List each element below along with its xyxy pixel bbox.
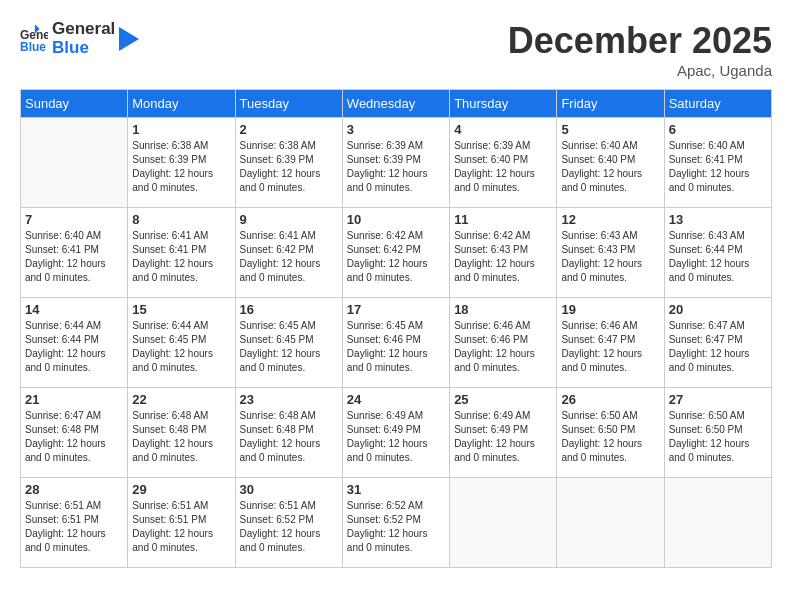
day-number: 17 [347, 302, 445, 317]
day-number: 11 [454, 212, 552, 227]
calendar-week-row: 7Sunrise: 6:40 AM Sunset: 6:41 PM Daylig… [21, 208, 772, 298]
title-block: December 2025 Apac, Uganda [508, 20, 772, 79]
calendar-header-row: SundayMondayTuesdayWednesdayThursdayFrid… [21, 90, 772, 118]
day-info: Sunrise: 6:39 AM Sunset: 6:40 PM Dayligh… [454, 139, 552, 195]
day-info: Sunrise: 6:40 AM Sunset: 6:40 PM Dayligh… [561, 139, 659, 195]
calendar-cell: 3Sunrise: 6:39 AM Sunset: 6:39 PM Daylig… [342, 118, 449, 208]
day-info: Sunrise: 6:40 AM Sunset: 6:41 PM Dayligh… [25, 229, 123, 285]
logo-arrow-icon [119, 27, 139, 51]
calendar-cell: 30Sunrise: 6:51 AM Sunset: 6:52 PM Dayli… [235, 478, 342, 568]
calendar-cell: 15Sunrise: 6:44 AM Sunset: 6:45 PM Dayli… [128, 298, 235, 388]
day-info: Sunrise: 6:46 AM Sunset: 6:46 PM Dayligh… [454, 319, 552, 375]
calendar-cell: 18Sunrise: 6:46 AM Sunset: 6:46 PM Dayli… [450, 298, 557, 388]
calendar-cell: 4Sunrise: 6:39 AM Sunset: 6:40 PM Daylig… [450, 118, 557, 208]
calendar-week-row: 14Sunrise: 6:44 AM Sunset: 6:44 PM Dayli… [21, 298, 772, 388]
day-number: 18 [454, 302, 552, 317]
day-number: 28 [25, 482, 123, 497]
day-info: Sunrise: 6:41 AM Sunset: 6:42 PM Dayligh… [240, 229, 338, 285]
day-info: Sunrise: 6:43 AM Sunset: 6:43 PM Dayligh… [561, 229, 659, 285]
calendar-cell: 23Sunrise: 6:48 AM Sunset: 6:48 PM Dayli… [235, 388, 342, 478]
day-info: Sunrise: 6:40 AM Sunset: 6:41 PM Dayligh… [669, 139, 767, 195]
calendar-cell: 28Sunrise: 6:51 AM Sunset: 6:51 PM Dayli… [21, 478, 128, 568]
day-number: 6 [669, 122, 767, 137]
logo-icon: General Blue [20, 25, 48, 53]
day-number: 25 [454, 392, 552, 407]
day-number: 29 [132, 482, 230, 497]
day-header-thursday: Thursday [450, 90, 557, 118]
day-info: Sunrise: 6:41 AM Sunset: 6:41 PM Dayligh… [132, 229, 230, 285]
day-number: 15 [132, 302, 230, 317]
day-number: 30 [240, 482, 338, 497]
calendar-cell: 29Sunrise: 6:51 AM Sunset: 6:51 PM Dayli… [128, 478, 235, 568]
day-number: 2 [240, 122, 338, 137]
calendar-cell: 1Sunrise: 6:38 AM Sunset: 6:39 PM Daylig… [128, 118, 235, 208]
calendar-table: SundayMondayTuesdayWednesdayThursdayFrid… [20, 89, 772, 568]
day-number: 23 [240, 392, 338, 407]
day-number: 31 [347, 482, 445, 497]
day-number: 5 [561, 122, 659, 137]
calendar-cell: 21Sunrise: 6:47 AM Sunset: 6:48 PM Dayli… [21, 388, 128, 478]
day-info: Sunrise: 6:49 AM Sunset: 6:49 PM Dayligh… [347, 409, 445, 465]
day-header-saturday: Saturday [664, 90, 771, 118]
day-info: Sunrise: 6:38 AM Sunset: 6:39 PM Dayligh… [132, 139, 230, 195]
calendar-cell: 5Sunrise: 6:40 AM Sunset: 6:40 PM Daylig… [557, 118, 664, 208]
calendar-cell [557, 478, 664, 568]
calendar-cell: 9Sunrise: 6:41 AM Sunset: 6:42 PM Daylig… [235, 208, 342, 298]
day-number: 19 [561, 302, 659, 317]
calendar-cell: 13Sunrise: 6:43 AM Sunset: 6:44 PM Dayli… [664, 208, 771, 298]
calendar-cell [664, 478, 771, 568]
calendar-cell: 6Sunrise: 6:40 AM Sunset: 6:41 PM Daylig… [664, 118, 771, 208]
calendar-cell: 25Sunrise: 6:49 AM Sunset: 6:49 PM Dayli… [450, 388, 557, 478]
month-title: December 2025 [508, 20, 772, 62]
day-info: Sunrise: 6:51 AM Sunset: 6:52 PM Dayligh… [240, 499, 338, 555]
day-number: 4 [454, 122, 552, 137]
calendar-week-row: 1Sunrise: 6:38 AM Sunset: 6:39 PM Daylig… [21, 118, 772, 208]
day-header-wednesday: Wednesday [342, 90, 449, 118]
day-number: 9 [240, 212, 338, 227]
day-number: 24 [347, 392, 445, 407]
day-info: Sunrise: 6:50 AM Sunset: 6:50 PM Dayligh… [561, 409, 659, 465]
day-number: 13 [669, 212, 767, 227]
calendar-cell: 16Sunrise: 6:45 AM Sunset: 6:45 PM Dayli… [235, 298, 342, 388]
calendar-week-row: 21Sunrise: 6:47 AM Sunset: 6:48 PM Dayli… [21, 388, 772, 478]
calendar-cell: 8Sunrise: 6:41 AM Sunset: 6:41 PM Daylig… [128, 208, 235, 298]
day-info: Sunrise: 6:44 AM Sunset: 6:45 PM Dayligh… [132, 319, 230, 375]
day-info: Sunrise: 6:46 AM Sunset: 6:47 PM Dayligh… [561, 319, 659, 375]
day-number: 3 [347, 122, 445, 137]
day-number: 8 [132, 212, 230, 227]
day-number: 22 [132, 392, 230, 407]
day-header-sunday: Sunday [21, 90, 128, 118]
day-info: Sunrise: 6:39 AM Sunset: 6:39 PM Dayligh… [347, 139, 445, 195]
day-header-monday: Monday [128, 90, 235, 118]
calendar-cell: 31Sunrise: 6:52 AM Sunset: 6:52 PM Dayli… [342, 478, 449, 568]
calendar-cell: 7Sunrise: 6:40 AM Sunset: 6:41 PM Daylig… [21, 208, 128, 298]
calendar-cell [450, 478, 557, 568]
logo-general-text: General [52, 20, 115, 39]
calendar-cell: 10Sunrise: 6:42 AM Sunset: 6:42 PM Dayli… [342, 208, 449, 298]
day-number: 14 [25, 302, 123, 317]
day-info: Sunrise: 6:48 AM Sunset: 6:48 PM Dayligh… [132, 409, 230, 465]
day-number: 16 [240, 302, 338, 317]
day-info: Sunrise: 6:42 AM Sunset: 6:42 PM Dayligh… [347, 229, 445, 285]
svg-text:Blue: Blue [20, 40, 46, 53]
day-number: 27 [669, 392, 767, 407]
svg-marker-3 [119, 27, 139, 51]
calendar-cell: 12Sunrise: 6:43 AM Sunset: 6:43 PM Dayli… [557, 208, 664, 298]
day-info: Sunrise: 6:51 AM Sunset: 6:51 PM Dayligh… [25, 499, 123, 555]
calendar-cell: 27Sunrise: 6:50 AM Sunset: 6:50 PM Dayli… [664, 388, 771, 478]
day-number: 7 [25, 212, 123, 227]
day-number: 1 [132, 122, 230, 137]
day-number: 20 [669, 302, 767, 317]
day-info: Sunrise: 6:44 AM Sunset: 6:44 PM Dayligh… [25, 319, 123, 375]
day-info: Sunrise: 6:45 AM Sunset: 6:45 PM Dayligh… [240, 319, 338, 375]
calendar-week-row: 28Sunrise: 6:51 AM Sunset: 6:51 PM Dayli… [21, 478, 772, 568]
day-info: Sunrise: 6:52 AM Sunset: 6:52 PM Dayligh… [347, 499, 445, 555]
logo: General Blue General Blue [20, 20, 139, 57]
location: Apac, Uganda [508, 62, 772, 79]
day-number: 26 [561, 392, 659, 407]
day-info: Sunrise: 6:50 AM Sunset: 6:50 PM Dayligh… [669, 409, 767, 465]
day-header-friday: Friday [557, 90, 664, 118]
day-number: 12 [561, 212, 659, 227]
day-info: Sunrise: 6:47 AM Sunset: 6:47 PM Dayligh… [669, 319, 767, 375]
day-number: 10 [347, 212, 445, 227]
